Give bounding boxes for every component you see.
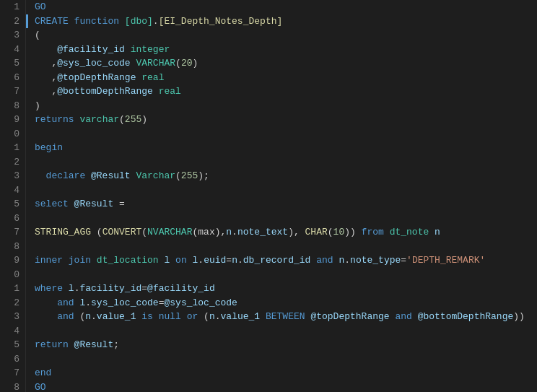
token: ( [91,227,102,238]
line-number-26: 6 [3,352,19,367]
token: ; [113,339,119,350]
token: value_1 [221,311,261,322]
token: @facility_id [147,283,215,294]
token [429,227,435,238]
token: = [401,255,406,266]
code-line-4: @facility_id integer [35,43,537,57]
token: dt_location [97,255,159,266]
line-number-5: 5 [3,56,19,71]
code-line-12 [35,155,537,170]
token: from [356,227,390,238]
token: db_record_id [243,255,311,266]
token: [dbo] [125,16,153,27]
token: real [141,72,164,83]
line-number-15: 5 [3,197,19,212]
token: @sys_loc_code [164,297,237,308]
line-number-9: 9 [3,113,19,127]
line-number-3: 3 [3,28,19,43]
code-line-15: select @Result = [35,197,537,212]
token [153,86,159,97]
token: , [35,72,57,83]
token: varchar [79,114,119,125]
token: @Result [91,170,131,181]
code-line-13: declare @Result Varchar(255); [35,169,537,183]
token: and [316,255,333,266]
token: BETWEEN [266,311,305,322]
token: @bottomDepthRange [418,311,514,322]
token: @sys_loc_code [57,58,130,69]
token: max [198,227,214,238]
token: inner join [35,255,97,266]
token: integer [131,44,170,55]
token: select [35,199,74,209]
token: and [35,297,79,308]
token: 255 [181,170,198,181]
code-line-6: ,@topDepthRange real [35,71,537,85]
line-number-28: 8 [3,380,19,393]
code-line-21: where l.facility_id=@facility_id [35,282,537,296]
token: ) [192,58,198,69]
token: ( [328,227,333,238]
token [260,311,266,322]
line-number-14: 4 [3,183,19,198]
token [170,255,175,266]
token: @bottomDepthRange [57,86,153,97]
token: . [85,297,91,308]
line-number-1: 1 [3,0,19,14]
token: . [344,255,350,266]
token: . [153,16,159,27]
code-line-28: GO [35,380,537,393]
token: 20 [181,58,193,69]
token: , [294,227,305,238]
token [125,44,131,55]
token: = [113,199,125,209]
code-content[interactable]: GOCREATE function [dbo].[EI_Depth_Notes_… [26,0,537,392]
token: dt_note [390,227,429,238]
token: CHAR [305,227,328,238]
token: ( [175,170,181,181]
token: . [91,311,97,322]
line-number-6: 6 [3,71,19,85]
token: . [232,227,237,238]
token: . [198,255,204,266]
token: GO [35,382,46,393]
code-line-3: ( [35,28,537,43]
token: end [35,367,51,378]
token: . [215,311,221,322]
line-number-13: 3 [3,169,19,183]
line-number-18: 8 [3,240,19,254]
code-line-9: returns varchar(255) [35,113,537,127]
line-number-12: 2 [3,155,19,170]
token: sys_loc_code [91,297,159,308]
line-number-16: 6 [3,212,19,226]
code-line-20 [35,268,537,282]
token: )) [513,311,525,322]
line-number-4: 4 [3,43,19,57]
line-number-10: 0 [3,127,19,141]
line-number-gutter: 1234567890123456789012345678 [0,0,26,392]
code-line-8: ) [35,99,537,113]
code-line-22: and l.sys_loc_code=@sys_loc_code [35,296,537,310]
token: ) [141,114,147,125]
token: value_1 [97,311,136,322]
token: @topDepthRange [57,72,136,83]
token: euid [204,255,226,266]
code-line-5: ,@sys_loc_code VARCHAR(20) [35,56,537,71]
token: real [159,86,181,97]
token: is null [141,311,181,322]
code-line-17: STRING_AGG (CONVERT(NVARCHAR(max),n.note… [35,225,537,240]
line-number-24: 4 [3,324,19,339]
token: facility_id [79,283,141,294]
token: or [187,311,198,322]
token: declare [35,170,91,181]
code-line-16 [35,212,537,226]
code-line-18 [35,240,537,254]
token: l [69,283,74,294]
token: n [226,227,232,238]
token: returns [35,114,79,125]
token: ) [288,227,294,238]
line-number-27: 7 [3,366,19,380]
token: function [74,16,125,27]
code-editor: 1234567890123456789012345678 GOCREATE fu… [0,0,537,392]
code-line-1: GO [35,0,537,14]
